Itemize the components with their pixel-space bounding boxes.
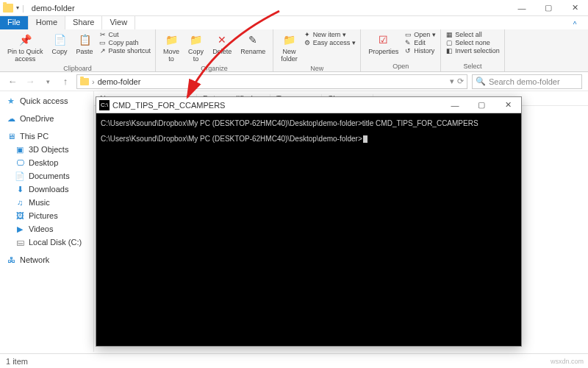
- newitem-button[interactable]: ✦New item ▾: [304, 31, 356, 38]
- minimize-button[interactable]: —: [509, 0, 535, 16]
- sidebar-quickaccess[interactable]: ★Quick access: [0, 94, 93, 107]
- recent-dropdown[interactable]: ▾: [41, 75, 54, 88]
- cmd-titlebar[interactable]: C:\ CMD_TIPS_FOR_CCAMPERS — ▢ ✕: [96, 97, 521, 113]
- folder-icon: [80, 78, 89, 85]
- disk-icon: 🖴: [15, 237, 25, 247]
- newfolder-icon: 📁: [282, 32, 296, 47]
- group-organize: Organize: [160, 64, 268, 72]
- cmd-minimize-button[interactable]: —: [442, 97, 468, 113]
- rename-icon: ✎: [245, 32, 260, 47]
- ribbon: 📌Pin to Quick access 📄Copy 📋Paste ✂Cut ▭…: [0, 29, 588, 72]
- desktop-icon: 🖵: [15, 158, 25, 168]
- paste-icon: 📋: [77, 32, 92, 47]
- cut-button[interactable]: ✂Cut: [99, 31, 151, 38]
- copyto-icon: 📁: [189, 32, 204, 47]
- group-clipboard: Clipboard: [4, 64, 151, 72]
- titlebar: ▾ | demo-folder — ▢ ✕: [0, 0, 588, 16]
- copypath-button[interactable]: ▭Copy path: [99, 39, 151, 46]
- shortcut-icon: ↗: [99, 47, 107, 54]
- moveto-icon: 📁: [164, 32, 179, 47]
- cmd-close-button[interactable]: ✕: [495, 97, 521, 113]
- cmd-body[interactable]: C:\Users\Ksound\Dropbox\My PC (DESKTOP-6…: [96, 113, 521, 149]
- status-items: 1 item: [6, 357, 28, 366]
- sidebar-videos[interactable]: ▶Videos: [0, 222, 93, 236]
- newitem-icon: ✦: [304, 31, 311, 38]
- cloud-icon: ☁: [6, 113, 16, 124]
- ribbon-tabs: File Home Share View ^: [0, 16, 588, 29]
- chevron-icon: ▾: [343, 31, 346, 38]
- invert-icon: ◧: [445, 47, 453, 54]
- sidebar-network[interactable]: 🖧Network: [0, 253, 93, 266]
- sidebar-thispc[interactable]: 🖥This PC: [0, 130, 93, 143]
- divider: |: [22, 4, 24, 13]
- group-new: New: [278, 64, 356, 72]
- status-bar: 1 item: [0, 353, 588, 368]
- paste-button[interactable]: 📋Paste: [74, 31, 96, 57]
- music-icon: ♫: [15, 197, 25, 208]
- pc-icon: 🖥: [6, 131, 16, 141]
- pictures-icon: 🖼: [15, 210, 25, 221]
- qat-dropdown-icon[interactable]: ▾: [16, 4, 19, 11]
- history-button[interactable]: ↺History: [404, 47, 436, 54]
- video-icon: ▶: [15, 224, 25, 234]
- address-bar[interactable]: › demo-folder ▾ ⟳: [76, 74, 467, 89]
- star-icon: ★: [6, 96, 16, 106]
- sidebar-documents[interactable]: 📄Documents: [0, 169, 93, 183]
- open-icon: ▭: [404, 31, 412, 38]
- sidebar-pictures[interactable]: 🖼Pictures: [0, 209, 93, 222]
- cube-icon: ▣: [15, 144, 25, 155]
- forward-button[interactable]: →: [24, 75, 37, 88]
- pasteshortcut-button[interactable]: ↗Paste shortcut: [99, 47, 151, 54]
- cmd-line: C:\Users\Ksound\Dropbox\My PC (DESKTOP-6…: [101, 118, 517, 129]
- breadcrumb[interactable]: demo-folder: [98, 77, 141, 86]
- tab-home[interactable]: Home: [29, 16, 65, 29]
- easyaccess-button[interactable]: ⚙Easy access ▾: [304, 39, 356, 46]
- invertsel-button[interactable]: ◧Invert selection: [445, 47, 500, 54]
- copyto-button[interactable]: 📁Copy to: [185, 31, 207, 64]
- watermark: wsxdn.com: [551, 358, 584, 365]
- nav-sidebar: ★Quick access ☁OneDrive 🖥This PC ▣3D Obj…: [0, 91, 94, 352]
- edit-button[interactable]: ✎Edit: [404, 39, 436, 46]
- cmd-line: C:\Users\Ksound\Dropbox\My PC (DESKTOP-6…: [101, 133, 517, 144]
- sidebar-desktop[interactable]: 🖵Desktop: [0, 156, 93, 169]
- selectnone-button[interactable]: ▢Select none: [445, 39, 500, 46]
- easyaccess-icon: ⚙: [304, 39, 311, 46]
- breadcrumb-sep: ›: [92, 77, 95, 86]
- sidebar-music[interactable]: ♫Music: [0, 196, 93, 209]
- delete-button[interactable]: ✕Delete: [209, 31, 234, 57]
- open-button[interactable]: ▭Open ▾: [404, 31, 436, 38]
- pin-button[interactable]: 📌Pin to Quick access: [4, 31, 46, 64]
- search-input[interactable]: 🔍 Search demo-folder: [472, 74, 582, 89]
- group-open: Open: [365, 62, 436, 70]
- newfolder-button[interactable]: 📁New folder: [278, 31, 301, 64]
- back-button[interactable]: ←: [6, 75, 19, 88]
- properties-button[interactable]: ☑Properties: [365, 31, 401, 57]
- tab-share[interactable]: Share: [65, 16, 102, 29]
- sidebar-3dobjects[interactable]: ▣3D Objects: [0, 143, 93, 156]
- cmd-maximize-button[interactable]: ▢: [468, 97, 495, 113]
- delete-icon: ✕: [215, 32, 229, 47]
- up-button[interactable]: ↑: [59, 75, 72, 88]
- download-icon: ⬇: [15, 184, 25, 194]
- sidebar-localdisk[interactable]: 🖴Local Disk (C:): [0, 236, 93, 249]
- sidebar-onedrive[interactable]: ☁OneDrive: [0, 112, 93, 125]
- tab-file[interactable]: File: [0, 16, 29, 29]
- address-dropdown-icon[interactable]: ▾: [450, 77, 454, 86]
- cut-icon: ✂: [99, 31, 107, 38]
- copy-button[interactable]: 📄Copy: [49, 31, 71, 57]
- address-bar-row: ← → ▾ ↑ › demo-folder ▾ ⟳ 🔍 Search demo-…: [0, 72, 588, 91]
- moveto-button[interactable]: 📁Move to: [160, 31, 182, 64]
- copy-icon: 📄: [52, 32, 67, 47]
- refresh-icon[interactable]: ⟳: [457, 77, 464, 86]
- tab-view[interactable]: View: [102, 16, 135, 29]
- cmd-window[interactable]: C:\ CMD_TIPS_FOR_CCAMPERS — ▢ ✕ C:\Users…: [96, 96, 522, 347]
- cmd-title: CMD_TIPS_FOR_CCAMPERS: [112, 101, 225, 110]
- selectall-button[interactable]: ▦Select all: [445, 31, 500, 38]
- rename-button[interactable]: ✎Rename: [237, 31, 268, 57]
- cursor: [363, 135, 368, 143]
- pin-icon: 📌: [18, 32, 32, 47]
- close-button[interactable]: ✕: [562, 0, 588, 16]
- maximize-button[interactable]: ▢: [535, 0, 562, 16]
- ribbon-collapse-icon[interactable]: ^: [562, 16, 588, 32]
- sidebar-downloads[interactable]: ⬇Downloads: [0, 183, 93, 196]
